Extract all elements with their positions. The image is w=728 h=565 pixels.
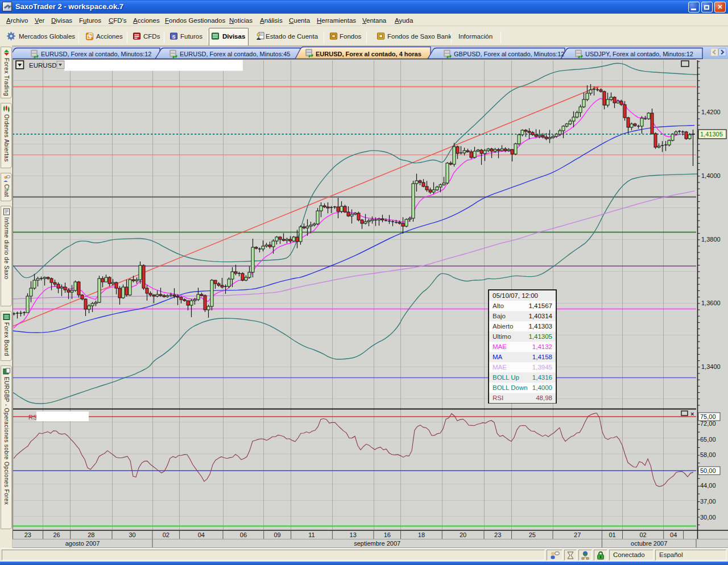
svg-text:16: 16: [384, 531, 391, 538]
svg-text:28: 28: [88, 531, 94, 538]
svg-text:Abierto: Abierto: [493, 323, 513, 330]
svg-text:BOLL Down: BOLL Down: [493, 384, 528, 391]
svg-text:18: 18: [418, 531, 425, 538]
svg-text:44,00: 44,00: [700, 482, 716, 489]
svg-text:1,3400: 1,3400: [701, 363, 721, 370]
svg-text:23: 23: [494, 531, 501, 538]
svg-text:75,00: 75,00: [700, 413, 716, 420]
svg-text:EURUSD: EURUSD: [29, 62, 57, 69]
svg-text:MAE: MAE: [493, 364, 507, 371]
svg-text:13: 13: [350, 531, 357, 538]
svg-text:septiembre 2007: septiembre 2007: [354, 540, 400, 547]
svg-text:1,41305: 1,41305: [700, 131, 723, 138]
svg-text:1,41305: 1,41305: [528, 333, 552, 340]
svg-text:1,4200: 1,4200: [701, 109, 721, 115]
svg-text:25: 25: [529, 531, 536, 538]
svg-text:EURUSD, Forex al contado, Minu: EURUSD, Forex al contado, Minutos:12: [41, 51, 151, 57]
svg-text:USDJPY, Forex al contado, Minu: USDJPY, Forex al contado, Minutos:12: [585, 51, 693, 57]
svg-text:50,00: 50,00: [700, 467, 716, 474]
svg-text:65,00: 65,00: [700, 436, 716, 443]
svg-text:RSI: RSI: [493, 394, 503, 401]
svg-text:S: S: [172, 34, 176, 40]
svg-text:1,3800: 1,3800: [701, 236, 721, 243]
svg-text:06: 06: [240, 531, 247, 538]
svg-text:MA: MA: [493, 354, 503, 360]
svg-text:RS: RS: [28, 414, 37, 421]
svg-text:09: 09: [274, 531, 280, 538]
svg-text:1,4132: 1,4132: [532, 343, 552, 350]
svg-text:Ultimo: Ultimo: [493, 333, 511, 340]
svg-text:×: ×: [690, 410, 694, 417]
svg-text:05/10/07, 12:00: 05/10/07, 12:00: [493, 292, 538, 299]
svg-text:octubre 2007: octubre 2007: [631, 540, 667, 547]
svg-text:Bajo: Bajo: [493, 313, 506, 319]
svg-text:1,4000: 1,4000: [701, 172, 721, 179]
svg-text:58,00: 58,00: [700, 451, 716, 458]
svg-text:EURUSD, Forex al contado, Minu: EURUSD, Forex al contado, Minutos:45: [180, 51, 290, 57]
svg-text:GBPUSD, Forex al contado, Minu: GBPUSD, Forex al contado, Minutos:12: [454, 51, 564, 57]
svg-text:01: 01: [609, 531, 615, 538]
svg-text:1,40314: 1,40314: [528, 313, 552, 319]
svg-text:agosto 2007: agosto 2007: [65, 540, 100, 547]
svg-text:1,3945: 1,3945: [532, 364, 552, 371]
svg-text:02: 02: [639, 531, 646, 538]
svg-text:MAE: MAE: [493, 343, 507, 350]
svg-text:1,41567: 1,41567: [528, 302, 552, 309]
svg-text:37,00: 37,00: [700, 498, 716, 505]
svg-text:02: 02: [163, 531, 169, 538]
svg-text:Alto: Alto: [493, 302, 504, 309]
svg-text:EURUSD, Forex al contado, 4 ho: EURUSD, Forex al contado, 4 horas: [316, 51, 421, 57]
svg-text:30: 30: [129, 531, 135, 538]
svg-text:1,3600: 1,3600: [701, 300, 721, 306]
svg-text:1,4158: 1,4158: [532, 354, 552, 360]
svg-text:27: 27: [574, 531, 581, 538]
svg-text:20: 20: [460, 531, 466, 538]
svg-text:1,4000: 1,4000: [532, 384, 552, 391]
svg-text:30,00: 30,00: [700, 514, 716, 521]
svg-text:04: 04: [198, 531, 205, 538]
svg-text:26: 26: [53, 531, 60, 538]
svg-text:1,41303: 1,41303: [528, 323, 552, 330]
svg-text:BOLL Up: BOLL Up: [493, 374, 519, 381]
svg-text:48,98: 48,98: [536, 394, 552, 401]
svg-text:04: 04: [670, 531, 677, 538]
svg-text:11: 11: [308, 531, 315, 538]
svg-text:1,4316: 1,4316: [532, 374, 552, 381]
svg-text:72,00: 72,00: [700, 420, 716, 427]
svg-text:23: 23: [24, 531, 31, 538]
